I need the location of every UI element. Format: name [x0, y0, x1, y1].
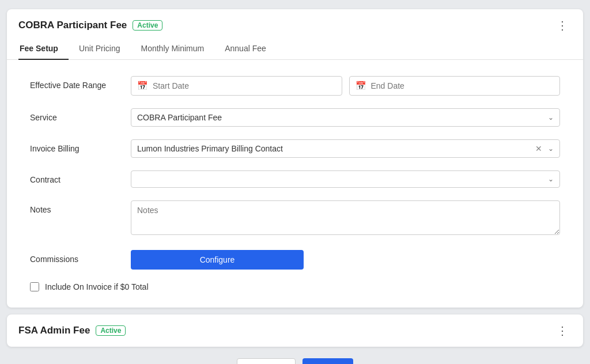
tab-annual-fee[interactable]: Annual Fee: [214, 38, 277, 60]
service-row: Service COBRA Participant Fee ⌄: [30, 108, 560, 127]
cobra-card-title: COBRA Participant Fee Active: [18, 20, 162, 31]
contract-select-wrapper: ⌄: [131, 170, 560, 188]
service-value: COBRA Participant Fee: [137, 113, 543, 122]
configure-button[interactable]: Configure: [131, 250, 304, 270]
cobra-card: COBRA Participant Fee Active ⋮ Fee Setup…: [7, 9, 583, 308]
service-select-wrapper: COBRA Participant Fee ⌄: [131, 108, 560, 127]
start-date-wrapper: 📅: [131, 76, 342, 96]
date-range-inputs: 📅 📅: [131, 76, 560, 96]
invoice-billing-select[interactable]: Lumon Industries Primary Billing Contact…: [131, 139, 560, 158]
start-date-input[interactable]: [153, 81, 336, 90]
fsa-card-title: FSA Admin Fee Active: [18, 325, 126, 336]
end-date-calendar-icon: 📅: [355, 81, 366, 91]
end-date-input[interactable]: [371, 81, 554, 90]
commissions-control: Configure: [131, 250, 560, 270]
commissions-row: Commissions Configure: [30, 250, 560, 270]
fsa-card: FSA Admin Fee Active ⋮: [7, 314, 583, 347]
invoice-billing-label: Invoice Billing: [30, 139, 131, 153]
fsa-title-text: FSA Admin Fee: [18, 325, 90, 336]
notes-textarea[interactable]: [131, 200, 560, 235]
contract-label: Contract: [30, 170, 131, 184]
notes-row: Notes: [30, 200, 560, 237]
contract-select[interactable]: ⌄: [131, 170, 560, 188]
invoice-billing-select-wrapper: Lumon Industries Primary Billing Contact…: [131, 139, 560, 158]
cobra-active-badge: Active: [133, 20, 162, 31]
footer-buttons: Cancel Save: [7, 358, 583, 365]
end-date-wrapper: 📅: [349, 76, 561, 96]
cobra-more-button[interactable]: ⋮: [553, 18, 572, 32]
cancel-button[interactable]: Cancel: [237, 358, 296, 365]
fsa-card-header: FSA Admin Fee Active ⋮: [18, 324, 572, 338]
fsa-more-button[interactable]: ⋮: [553, 324, 572, 338]
commissions-label: Commissions: [30, 250, 131, 264]
cobra-card-header: COBRA Participant Fee Active ⋮: [7, 9, 583, 32]
start-date-calendar-icon: 📅: [137, 81, 148, 91]
save-button[interactable]: Save: [302, 358, 353, 365]
contract-chevron-icon: ⌄: [548, 175, 554, 183]
fsa-active-badge: Active: [96, 325, 126, 336]
invoice-billing-row: Invoice Billing Lumon Industries Primary…: [30, 139, 560, 158]
include-invoice-label[interactable]: Include On Invoice if $0 Total: [45, 282, 149, 291]
invoice-billing-chevron-icon: ⌄: [548, 145, 554, 153]
effective-date-row: Effective Date Range 📅 📅: [30, 76, 560, 96]
page-wrapper: COBRA Participant Fee Active ⋮ Fee Setup…: [7, 9, 583, 364]
notes-control: [131, 200, 560, 237]
cobra-title-text: COBRA Participant Fee: [18, 20, 127, 31]
service-select[interactable]: COBRA Participant Fee ⌄: [131, 108, 560, 127]
service-chevron-icon: ⌄: [548, 113, 554, 122]
include-invoice-row: Include On Invoice if $0 Total: [30, 282, 560, 291]
tab-unit-pricing[interactable]: Unit Pricing: [69, 38, 131, 60]
invoice-billing-value: Lumon Industries Primary Billing Contact: [137, 144, 530, 153]
cobra-tabs: Fee Setup Unit Pricing Monthly Minimum A…: [7, 38, 583, 60]
tab-monthly-minimum[interactable]: Monthly Minimum: [131, 38, 215, 60]
service-label: Service: [30, 108, 131, 122]
tab-fee-setup[interactable]: Fee Setup: [18, 38, 69, 60]
fee-setup-form: Effective Date Range 📅 📅 Service: [7, 60, 583, 308]
effective-date-label: Effective Date Range: [30, 76, 131, 90]
include-invoice-checkbox[interactable]: [30, 282, 39, 291]
notes-label: Notes: [30, 200, 131, 214]
invoice-billing-clear-button[interactable]: ✕: [534, 144, 543, 153]
contract-row: Contract ⌄: [30, 170, 560, 188]
